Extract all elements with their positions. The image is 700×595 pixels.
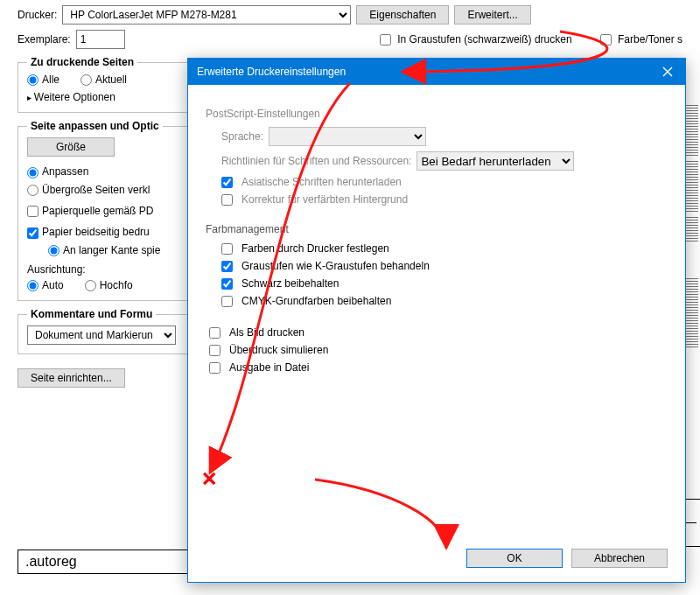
orientation-label: Ausrichtung: [27, 263, 183, 276]
guidelines-label: Richtlinien für Schriften und Ressourcen… [221, 155, 411, 167]
duplex-option[interactable]: Papier beidseitig bedru [27, 226, 150, 238]
oversize-radio[interactable] [27, 185, 38, 196]
color-by-printer-checkbox[interactable] [221, 243, 233, 255]
save-toner-option[interactable]: Farbe/Toner s [600, 33, 682, 46]
orient-auto-radio[interactable] [27, 280, 38, 291]
copies-label: Exemplare: [18, 33, 71, 46]
page-setup-button[interactable]: Seite einrichten... [18, 368, 125, 388]
simulate-overprint-label: Überdruck simulieren [229, 344, 328, 356]
ok-button[interactable]: OK [466, 549, 563, 568]
pages-all-option[interactable]: Alle [27, 74, 60, 86]
fit-radio[interactable] [27, 167, 38, 178]
color-by-printer-label: Farben durch Drucker festlegen [242, 242, 389, 255]
gray-as-k-checkbox[interactable] [221, 261, 233, 272]
discolored-bg-checkbox [221, 194, 233, 206]
guidelines-select: Bei Bedarf herunterladen [416, 151, 574, 171]
preserve-black-label: Schwarz beibehalten [242, 277, 339, 290]
copies-input[interactable] [76, 30, 125, 49]
orient-auto-option[interactable]: Auto [27, 279, 64, 291]
preserve-cmyk-checkbox[interactable] [221, 296, 233, 307]
pages-more-toggle[interactable]: Weitere Optionen [27, 91, 183, 103]
printer-label: Drucker: [18, 9, 57, 21]
comments-group: Kommentare und Formu Dokument und Markie… [18, 308, 192, 354]
size-group: Seite anpassen und Optic Größe Anpassen … [18, 120, 192, 301]
preserve-black-checkbox[interactable] [221, 278, 233, 290]
advanced-button[interactable]: Erweitert... [454, 5, 530, 24]
comments-select[interactable]: Dokument und Markierun [27, 326, 176, 345]
simulate-overprint-checkbox[interactable] [209, 345, 220, 356]
output-to-file-checkbox[interactable] [209, 362, 220, 374]
grayscale-option[interactable]: In Graustufen (schwarzweiß) drucken [380, 33, 572, 46]
papersource-checkbox[interactable] [27, 206, 38, 217]
asian-fonts-label: Asiatische Schriften herunterladen [242, 176, 402, 188]
fit-option[interactable]: Anpassen [27, 165, 88, 178]
preserve-cmyk-label: CMYK-Grundfarben beibehalten [242, 295, 391, 307]
advanced-print-settings-dialog: Erweiterte Druckereinstellungen PostScri… [187, 58, 686, 583]
pages-group: Zu druckende Seiten Alle Aktuell Weitere… [18, 56, 192, 113]
properties-button[interactable]: Eigenschaften [356, 5, 449, 24]
cancel-button[interactable]: Abbrechen [571, 549, 668, 568]
orient-portrait-radio[interactable] [85, 280, 96, 291]
gray-as-k-label: Graustufen wie K-Graustufen behandeln [242, 260, 430, 272]
printer-select[interactable]: HP ColorLaserJet MFP M278-M281 [62, 5, 351, 24]
pages-all-radio[interactable] [27, 74, 38, 86]
long-edge-radio[interactable] [48, 245, 60, 256]
print-as-image-label: Als Bild drucken [229, 326, 304, 339]
orient-portrait-option[interactable]: Hochfo [85, 279, 133, 291]
output-to-file-label: Ausgabe in Datei [229, 361, 309, 374]
discolored-bg-label: Korrektur für verfärbten Hintergrund [242, 193, 408, 206]
dialog-titlebar[interactable]: Erweiterte Druckereinstellungen [188, 59, 685, 85]
duplex-checkbox[interactable] [27, 228, 38, 239]
comments-legend: Kommentare und Formu [27, 308, 156, 320]
pages-current-radio[interactable] [80, 74, 92, 86]
postscript-section-label: PostScript-Einstellungen [206, 108, 668, 120]
size-legend: Seite anpassen und Optic [27, 120, 163, 132]
pages-current-option[interactable]: Aktuell [80, 74, 127, 86]
language-select [269, 127, 426, 146]
close-icon[interactable] [650, 59, 685, 85]
size-button[interactable]: Größe [27, 137, 115, 157]
papersource-option[interactable]: Papierquelle gemäß PD [27, 205, 153, 217]
language-label: Sprache: [221, 130, 263, 143]
print-as-image-checkbox[interactable] [209, 327, 220, 339]
asian-fonts-checkbox [221, 177, 233, 188]
pages-legend: Zu druckende Seiten [27, 56, 137, 68]
grayscale-checkbox[interactable] [380, 34, 391, 46]
save-toner-checkbox[interactable] [600, 34, 612, 46]
oversize-option[interactable]: Übergroße Seiten verkl [27, 184, 150, 196]
long-edge-option[interactable]: An langer Kante spie [48, 244, 160, 256]
dialog-title: Erweiterte Druckereinstellungen [197, 66, 346, 78]
color-section-label: Farbmanagement [206, 223, 668, 235]
